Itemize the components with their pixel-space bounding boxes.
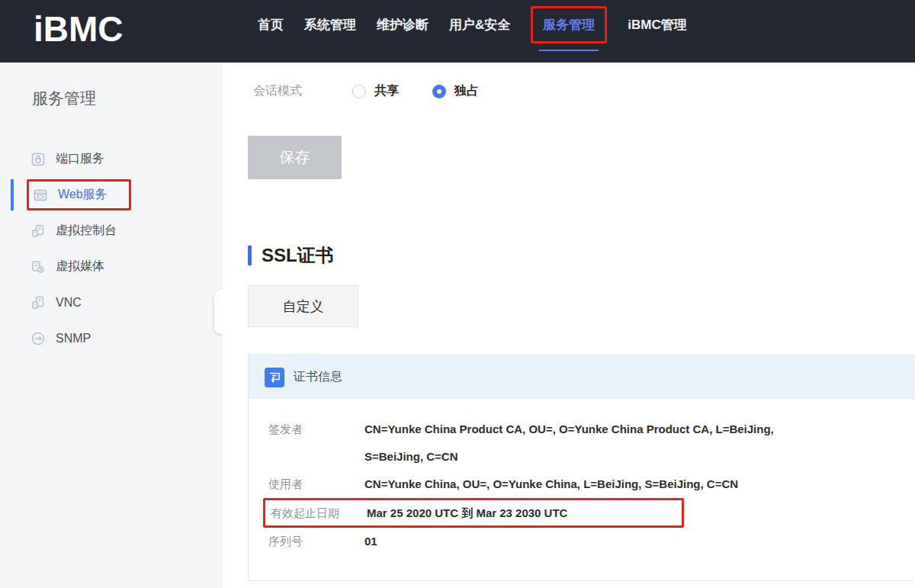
certificate-icon [265, 368, 284, 387]
radio-option-shared[interactable]: 共享 [352, 83, 399, 99]
virtual-media-icon [30, 259, 46, 275]
radio-unchecked-icon[interactable] [352, 85, 366, 98]
heading-accent-bar [248, 246, 252, 265]
session-mode-label: 会话模式 [253, 83, 352, 99]
ibmc-logo: iBMC [34, 8, 124, 50]
sidebar-item-label: 端口服务 [56, 151, 104, 167]
nav-item-ibmc-management[interactable]: iBMC管理 [628, 16, 686, 34]
sidebar-item-label: 虚拟控制台 [56, 223, 117, 239]
certificate-panel-body: 签发者 CN=Yunke China Product CA, OU=, O=Yu… [249, 399, 915, 555]
certificate-panel-title: 证书信息 [294, 369, 342, 385]
vnc-icon [30, 295, 46, 310]
cert-row-label: 序列号 [268, 528, 364, 555]
radio-option-label: 共享 [374, 83, 399, 99]
sidebar-item-snmp[interactable]: SNMP [0, 320, 223, 356]
custom-button[interactable]: 自定义 [248, 285, 358, 327]
main-nav: 首页 系统管理 维护诊断 用户&安全 服务管理 iBMC管理 [258, 0, 687, 49]
virtual-console-icon [30, 223, 46, 239]
sidebar-item-vnc[interactable]: VNC [0, 284, 223, 320]
nav-item-maintenance-diagnosis[interactable]: 维护诊断 [377, 16, 429, 34]
cert-row-label: 签发者 [268, 416, 364, 471]
radio-option-label: 独占 [454, 83, 479, 99]
sidebar-item-label: VNC [56, 296, 82, 310]
cert-row-value: Mar 25 2020 UTC 到 Mar 23 2030 UTC [367, 500, 567, 525]
nav-item-home[interactable]: 首页 [258, 16, 284, 34]
cert-row-value: CN=Yunke China Product CA, OU=, O=Yunke … [364, 416, 791, 471]
sidebar-item-label: SNMP [56, 332, 91, 345]
sidebar-item-port-service[interactable]: 端口服务 [0, 141, 223, 177]
nav-item-users-security[interactable]: 用户&安全 [449, 16, 510, 34]
section-title: SSL证书 [262, 243, 334, 268]
cert-row-subject: 使用者 CN=Yunke China, OU=, O=Yunke China, … [268, 471, 915, 498]
top-bar: iBMC 首页 系统管理 维护诊断 用户&安全 服务管理 iBMC管理 [0, 0, 915, 63]
sidebar-title: 服务管理 [32, 88, 223, 109]
nav-item-service-management[interactable]: 服务管理 [531, 6, 607, 43]
radio-option-exclusive[interactable]: 独占 [432, 83, 479, 99]
certificate-panel-header: 证书信息 [249, 355, 915, 399]
certificate-info-panel: 证书信息 签发者 CN=Yunke China Product CA, OU=,… [248, 355, 915, 581]
main-content: 会话模式 共享 独占 保存 SSL证书 自定义 证书信息 [223, 63, 915, 588]
nav-item-system-management[interactable]: 系统管理 [304, 16, 356, 34]
sidebar-item-label: Web服务 [58, 187, 108, 203]
sidebar-item-web-service[interactable]: Web服务 [0, 177, 223, 213]
save-button[interactable]: 保存 [248, 136, 342, 179]
cert-row-value: CN=Yunke China, OU=, O=Yunke China, L=Be… [364, 471, 791, 498]
cert-row-issuer: 签发者 CN=Yunke China Product CA, OU=, O=Yu… [268, 416, 915, 471]
sidebar-item-virtual-media[interactable]: 虚拟媒体 [0, 249, 223, 284]
cert-row-label: 有效起止日期 [271, 500, 367, 525]
snmp-icon [30, 331, 46, 346]
radio-checked-icon[interactable] [432, 85, 446, 98]
ssl-certificate-heading: SSL证书 [248, 243, 334, 268]
cert-row-label: 使用者 [268, 471, 364, 498]
sidebar-item-label: 虚拟媒体 [56, 259, 104, 275]
cert-row-value: 01 [364, 528, 791, 555]
cert-row-validity: 有效起止日期 Mar 25 2020 UTC 到 Mar 23 2030 UTC [263, 498, 684, 528]
sidebar-menu: 端口服务 Web服务 [0, 141, 223, 356]
port-service-icon [30, 152, 46, 167]
session-mode-row: 会话模式 共享 独占 [253, 83, 512, 99]
cert-row-serial: 序列号 01 [268, 528, 915, 555]
web-service-icon [33, 188, 48, 203]
sidebar: 服务管理 端口服务 [0, 63, 223, 588]
sidebar-item-virtual-console[interactable]: 虚拟控制台 [0, 213, 223, 249]
